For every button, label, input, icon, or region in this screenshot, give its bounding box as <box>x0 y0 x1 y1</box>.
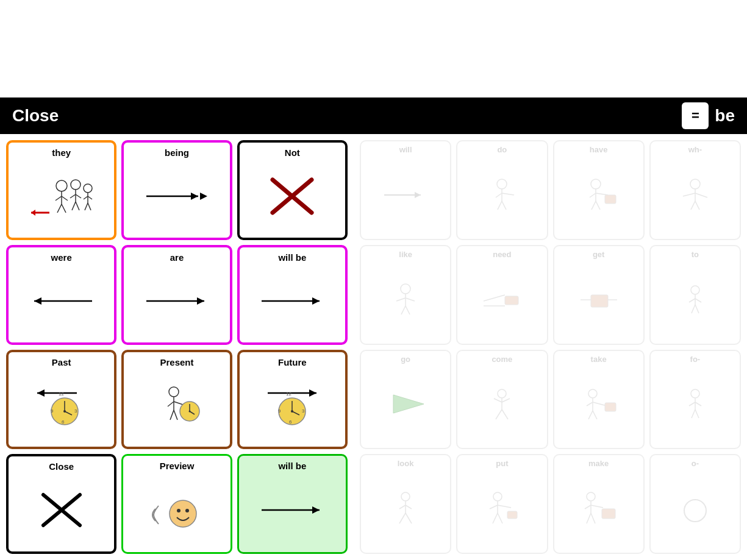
tile-put-ghost[interactable]: put <box>456 454 548 554</box>
svg-line-111 <box>502 399 510 402</box>
svg-text:12: 12 <box>59 391 64 397</box>
tile-need-ghost[interactable]: need <box>456 245 548 345</box>
tile-need-ghost-icon <box>461 259 543 339</box>
svg-rect-139 <box>507 511 517 519</box>
tile-o-ghost[interactable]: o- <box>649 454 741 554</box>
svg-line-112 <box>496 409 502 419</box>
svg-line-123 <box>689 402 695 406</box>
svg-line-145 <box>591 513 595 523</box>
tile-will-ghost[interactable]: will <box>360 140 451 240</box>
header-close-label[interactable]: Close <box>12 106 59 126</box>
svg-marker-26 <box>34 297 41 305</box>
svg-line-132 <box>406 513 412 523</box>
svg-line-46 <box>174 410 177 420</box>
tile-wh-ghost[interactable]: wh- <box>649 140 741 240</box>
tile-future-label: Future <box>278 357 307 368</box>
tile-were[interactable]: were <box>6 245 116 345</box>
svg-line-87 <box>691 201 695 210</box>
main-area: they <box>0 134 747 560</box>
svg-point-14 <box>84 184 92 193</box>
tile-they-icon <box>12 158 110 234</box>
tile-not[interactable]: Not <box>237 140 348 240</box>
tile-present-label: Present <box>160 357 193 368</box>
svg-line-135 <box>490 505 498 509</box>
svg-line-119 <box>593 411 597 419</box>
svg-line-113 <box>502 409 508 419</box>
svg-line-93 <box>401 306 406 314</box>
tile-being-icon <box>127 158 226 234</box>
tile-get-ghost[interactable]: get <box>553 245 645 345</box>
tile-to-ghost-icon <box>654 259 736 339</box>
svg-line-17 <box>88 196 92 199</box>
tile-being-label: being <box>165 147 189 158</box>
svg-rect-80 <box>605 195 616 204</box>
tile-put-ghost-icon <box>461 469 543 549</box>
tile-past[interactable]: Past 12 3 6 9 <box>6 350 116 450</box>
tile-close-icon <box>12 472 110 548</box>
tile-to-ghost-label: to <box>692 250 699 260</box>
equals-box: = <box>682 102 709 129</box>
tile-o-ghost-label: o- <box>692 459 699 469</box>
tile-like-ghost[interactable]: like <box>360 245 451 345</box>
tile-being[interactable]: being <box>121 140 232 240</box>
tile-make-ghost[interactable]: make <box>553 454 645 554</box>
svg-point-108 <box>498 389 506 398</box>
left-panel: they <box>0 134 354 560</box>
tile-will-be-label: will be <box>278 252 306 263</box>
svg-text:6: 6 <box>289 419 292 425</box>
svg-line-85 <box>683 193 695 196</box>
svg-line-18 <box>85 203 88 210</box>
svg-line-78 <box>590 193 596 197</box>
svg-point-140 <box>587 492 595 501</box>
tile-are[interactable]: are <box>121 245 232 345</box>
tile-make-ghost-icon <box>558 469 640 549</box>
tile-have-ghost[interactable]: have <box>553 140 645 240</box>
header-bar: Close = be <box>0 97 747 134</box>
tile-to-ghost[interactable]: to <box>649 245 741 345</box>
svg-line-12 <box>72 202 76 210</box>
header-right: = be <box>682 102 735 129</box>
tile-take-ghost-label: take <box>591 355 607 364</box>
tile-will-be[interactable]: will be <box>237 245 348 345</box>
tile-not-icon <box>243 158 341 234</box>
tile-fo-ghost[interactable]: fo- <box>649 350 741 450</box>
svg-line-7 <box>62 204 66 213</box>
svg-line-92 <box>406 298 415 301</box>
svg-line-43 <box>168 402 174 406</box>
tile-they[interactable]: they <box>6 140 116 240</box>
tile-fo-ghost-label: fo- <box>690 355 701 364</box>
svg-line-129 <box>399 505 406 509</box>
svg-line-116 <box>587 402 593 406</box>
svg-line-130 <box>406 505 412 509</box>
tile-present[interactable]: Present <box>121 350 232 450</box>
tile-o-ghost-icon <box>654 469 736 549</box>
svg-marker-1 <box>31 210 35 216</box>
tile-come-ghost-icon <box>461 364 543 444</box>
tile-make-ghost-label: make <box>588 459 609 469</box>
tile-like-ghost-icon <box>365 259 446 339</box>
tile-do-ghost[interactable]: do <box>456 140 548 240</box>
tile-will-be-2-label: will be <box>278 461 306 472</box>
tile-past-label: Past <box>52 357 71 368</box>
tile-take-ghost[interactable]: take <box>553 350 645 450</box>
svg-line-91 <box>396 298 406 301</box>
tile-future[interactable]: Future 12 3 6 9 <box>237 350 348 450</box>
tile-preview-icon <box>127 472 226 548</box>
svg-marker-28 <box>197 297 204 305</box>
svg-line-105 <box>692 305 695 313</box>
tile-are-icon <box>127 263 226 339</box>
tile-not-label: Not <box>285 147 300 158</box>
svg-line-144 <box>587 513 591 523</box>
tile-come-ghost[interactable]: come <box>456 350 548 450</box>
tile-look-ghost[interactable]: look <box>360 454 451 554</box>
tile-preview[interactable]: Preview <box>121 454 232 554</box>
svg-point-89 <box>401 284 410 294</box>
tile-take-ghost-icon <box>558 364 640 444</box>
tile-go-ghost[interactable]: go <box>360 350 451 450</box>
svg-line-94 <box>406 306 410 314</box>
svg-line-143 <box>591 505 603 508</box>
svg-line-5 <box>62 196 68 200</box>
tile-will-be-2[interactable]: will be <box>237 454 348 554</box>
svg-point-147 <box>684 500 706 522</box>
tile-close[interactable]: Close <box>6 454 116 554</box>
